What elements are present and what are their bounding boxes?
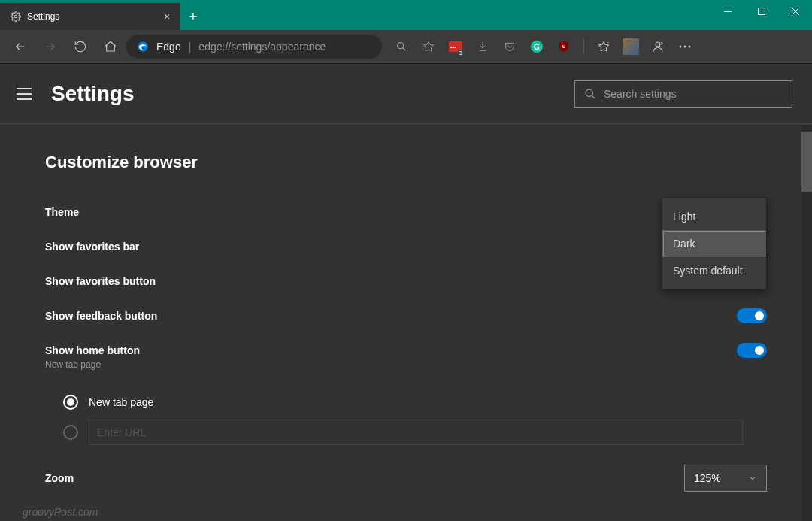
row-theme: Theme Dark	[45, 195, 767, 229]
svg-point-0	[14, 15, 17, 18]
extension-ublock-icon[interactable]: u	[552, 35, 576, 59]
zoom-value: 125%	[694, 472, 721, 484]
new-tab-button[interactable]: +	[180, 3, 206, 30]
browser-toolbar: Edge | edge://settings/appearance ••• 3 …	[0, 30, 812, 64]
home-button[interactable]	[96, 32, 125, 61]
radio-row-newtab: New tab page	[63, 387, 767, 417]
svg-point-8	[684, 46, 686, 48]
radio-url[interactable]	[63, 425, 78, 440]
favorites-bar-label: Show favorites bar	[45, 241, 767, 253]
svg-point-10	[586, 89, 592, 96]
svg-rect-1	[724, 11, 732, 12]
feedback-toggle[interactable]	[737, 308, 767, 323]
radio-row-url	[63, 417, 767, 447]
search-icon	[584, 88, 596, 100]
profile-avatar[interactable]	[619, 35, 643, 59]
theme-label: Theme	[45, 206, 662, 218]
gear-icon	[11, 11, 21, 22]
theme-dropdown-popup: Light Dark System default	[662, 198, 767, 289]
row-favorites-bar: Show favorites bar	[45, 229, 767, 264]
zoom-label: Zoom	[45, 472, 684, 484]
more-menu-button[interactable]	[673, 35, 697, 59]
svg-rect-2	[758, 8, 765, 15]
row-favorites-button: Show favorites button	[45, 264, 767, 298]
theme-option-system[interactable]: System default	[662, 257, 766, 284]
hamburger-menu-button[interactable]	[17, 83, 38, 105]
settings-header: Settings	[0, 64, 812, 124]
window-close-button[interactable]	[778, 0, 812, 23]
row-zoom: Zoom 125%	[45, 461, 767, 495]
svg-point-9	[689, 46, 691, 48]
separator: |	[189, 41, 192, 53]
favorites-list-icon[interactable]	[592, 35, 616, 59]
theme-option-light[interactable]: Light	[662, 203, 766, 230]
search-input[interactable]	[604, 88, 783, 100]
settings-content: Customize browser Theme Dark Show favori…	[0, 126, 812, 521]
svg-point-6	[656, 42, 660, 47]
favorites-button-label: Show favorites button	[45, 275, 767, 287]
back-button[interactable]	[6, 32, 35, 61]
home-toggle[interactable]	[737, 343, 767, 358]
home-url-input[interactable]	[89, 420, 743, 445]
settings-search[interactable]	[574, 80, 792, 108]
tab-close-button[interactable]: ×	[161, 11, 173, 23]
address-bar[interactable]: Edge | edge://settings/appearance	[126, 35, 382, 59]
browser-tab-settings[interactable]: Settings ×	[0, 3, 180, 30]
svg-text:u: u	[562, 44, 565, 49]
collections-icon[interactable]	[646, 35, 670, 59]
url-text: edge://settings/appearance	[198, 41, 326, 53]
row-feedback-button: Show feedback button	[45, 298, 767, 333]
vertical-scrollbar[interactable]	[801, 126, 812, 521]
forward-button[interactable]	[36, 32, 65, 61]
radio-newtab-label: New tab page	[89, 396, 153, 408]
page-title: Settings	[51, 82, 134, 106]
scrollbar-thumb[interactable]	[801, 132, 812, 192]
radio-newtab[interactable]	[63, 395, 78, 410]
section-title: Customize browser	[45, 153, 767, 172]
window-titlebar: Settings × +	[0, 0, 812, 30]
edge-logo-icon	[137, 41, 149, 53]
extension-divider	[583, 38, 584, 55]
svg-point-7	[680, 46, 682, 48]
theme-option-dark[interactable]: Dark	[662, 230, 766, 257]
feedback-button-label: Show feedback button	[45, 310, 737, 322]
watermark: groovyPost.com	[23, 506, 98, 518]
extension-grammarly-icon[interactable]: G	[525, 35, 549, 59]
window-minimize-button[interactable]	[710, 0, 744, 23]
home-button-label: Show home button	[45, 344, 737, 356]
window-maximize-button[interactable]	[744, 0, 778, 23]
row-home-button: Show home button New tab page	[45, 333, 767, 368]
home-button-subtext: New tab page	[45, 359, 101, 370]
chevron-down-icon	[748, 474, 757, 483]
profile-label: Edge	[156, 41, 181, 53]
extension-lastpass-icon[interactable]: ••• 3	[444, 35, 468, 59]
zoom-select[interactable]: 125%	[684, 465, 767, 492]
extension-download-icon[interactable]	[471, 35, 495, 59]
extension-pocket-icon[interactable]	[498, 35, 522, 59]
tab-title: Settings	[27, 11, 59, 22]
svg-point-4	[398, 43, 404, 49]
refresh-button[interactable]	[66, 32, 95, 61]
zoom-search-icon[interactable]	[389, 35, 414, 59]
home-radio-group: New tab page	[45, 387, 767, 447]
favorite-star-icon[interactable]	[417, 35, 441, 59]
